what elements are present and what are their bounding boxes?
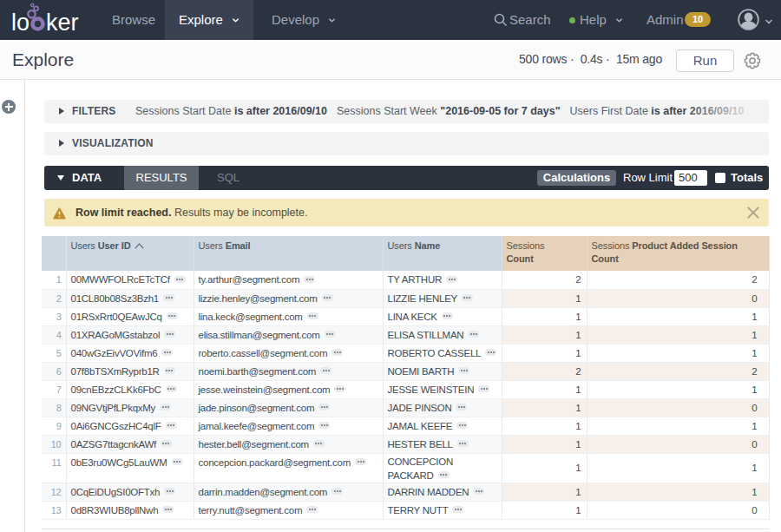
- svg-text:lo: lo: [11, 10, 30, 36]
- svg-text:ker: ker: [46, 10, 79, 36]
